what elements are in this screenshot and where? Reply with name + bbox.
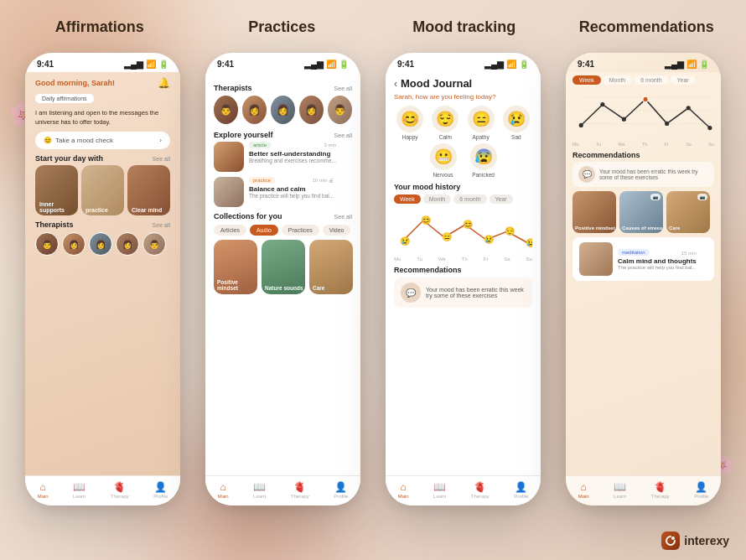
- therapist-p2-5[interactable]: 👨: [328, 96, 352, 124]
- chevron-right-icon: ›: [159, 137, 162, 144]
- status-icons-1: ▂▄▆ 📶 🔋: [124, 60, 168, 69]
- practice-item-2[interactable]: practice 10 min 🖨 Balance and calm The p…: [214, 177, 352, 207]
- see-all-1[interactable]: See all: [153, 156, 170, 162]
- period-tabs-3: Week Month 6 month Year: [394, 194, 532, 204]
- mood-sad[interactable]: 😢 Sad: [500, 106, 532, 140]
- period-month-3[interactable]: Month: [423, 194, 451, 204]
- mood-history-title: Your mood history: [394, 183, 532, 191]
- rec-img-label-1: Positive mindset: [575, 226, 615, 231]
- start-day-row: Start your day with See all: [35, 154, 170, 163]
- emoji-grid: 😊 Happy 😌 Calm 😑 Apathy 😢 Sad: [394, 106, 532, 140]
- period-week-3[interactable]: Week: [394, 194, 421, 204]
- mood-apathy[interactable]: 😑 Apathy: [465, 106, 497, 140]
- rec-detail-name: Calm mind and thoughts: [618, 257, 697, 265]
- rec-img-stress[interactable]: 📷 Causes of stress: [619, 191, 663, 233]
- mood-check-button[interactable]: 😊 Take a mood check ›: [35, 132, 170, 149]
- collections-see-all[interactable]: See all: [334, 214, 352, 220]
- nav-learn-1[interactable]: 📖 Learn: [73, 481, 85, 499]
- svg-point-12: [622, 117, 626, 122]
- card-clear-mind[interactable]: Clear mind: [127, 165, 170, 215]
- period-6month-4[interactable]: 6 month: [634, 75, 668, 85]
- nav-main-4[interactable]: ⌂ Main: [578, 481, 589, 499]
- mood-panicked[interactable]: 😰 Panicked: [470, 143, 497, 178]
- therapist-p2-2[interactable]: 👩: [242, 96, 267, 124]
- nav-profile-3[interactable]: 👤 Profile: [514, 481, 528, 499]
- day-tu-4: Tu: [596, 142, 601, 147]
- wifi-icon-3: 📶: [506, 60, 516, 69]
- collections-header: Collections for you See all: [214, 212, 352, 220]
- therapist-1[interactable]: 👨: [35, 232, 59, 256]
- nav-therapy-2[interactable]: 🫀 Therapy: [291, 481, 309, 499]
- card-practice[interactable]: practice: [81, 165, 124, 215]
- nav-learn-2[interactable]: 📖 Learn: [253, 481, 266, 499]
- explore-see-all[interactable]: See all: [334, 132, 352, 138]
- app-container: Affirmations Practices Mood tracking Rec…: [0, 0, 746, 560]
- therapists-see-all-2[interactable]: See all: [334, 86, 352, 91]
- therapist-p2-1[interactable]: 👨: [214, 96, 238, 124]
- status-icons-4: ▂▄▆ 📶 🔋: [665, 60, 709, 69]
- rec-img-positive[interactable]: Positive mindset: [572, 191, 616, 233]
- greeting-row: Good morning, Sarah! 🔔: [35, 77, 170, 89]
- nav-learn-3[interactable]: 📖 Learn: [433, 481, 446, 499]
- practice-item-1[interactable]: article 3 min Better self-understanding …: [214, 142, 352, 172]
- book-icon-4: 📖: [614, 481, 626, 493]
- nav-learn-label-4: Learn: [614, 494, 626, 499]
- therapists-see-all-1[interactable]: See all: [153, 222, 170, 228]
- tab-video[interactable]: Video: [323, 225, 351, 236]
- rec-text-3: Your mood has been erratic this week try…: [426, 287, 526, 298]
- coll-card-care[interactable]: Care: [309, 240, 353, 294]
- day-fr-4: Fr: [665, 142, 669, 147]
- period-month-4[interactable]: Month: [603, 75, 632, 85]
- rec-img-label-2: Causes of stress: [622, 226, 662, 231]
- therapist-5[interactable]: 👨: [142, 232, 166, 256]
- nav-therapy-label-3: Therapy: [471, 494, 490, 499]
- svg-text:😢: 😢: [400, 236, 411, 246]
- rec-img-care[interactable]: 📷 Care: [666, 191, 710, 233]
- nav-profile-1[interactable]: 👤 Profile: [153, 481, 168, 499]
- svg-point-14: [665, 122, 669, 126]
- day-th-4: Th: [642, 142, 647, 147]
- therapist-3[interactable]: 👩: [89, 232, 112, 256]
- nav-learn-4[interactable]: 📖 Learn: [614, 481, 626, 499]
- mood-calm[interactable]: 😌 Calm: [429, 106, 461, 140]
- day-we-4: We: [618, 142, 624, 147]
- coll-card-nature[interactable]: Nature sounds: [262, 240, 305, 294]
- status-time-3: 9:41: [397, 60, 414, 69]
- nav-profile-label-2: Profile: [334, 494, 348, 499]
- svg-text:😊: 😊: [463, 219, 474, 230]
- nav-main-1[interactable]: ⌂ Main: [38, 481, 49, 499]
- period-year-3[interactable]: Year: [490, 194, 513, 204]
- nav-profile-2[interactable]: 👤 Profile: [334, 481, 348, 499]
- mood-happy[interactable]: 😊 Happy: [394, 106, 426, 140]
- mood-tracking-header: Mood tracking: [381, 18, 548, 36]
- notification-icon[interactable]: 🔔: [158, 77, 170, 89]
- mood-check-label: Take a mood check: [55, 137, 113, 144]
- coll-card-positive[interactable]: Positive mindset: [214, 240, 257, 294]
- nav-main-3[interactable]: ⌂ Main: [398, 481, 409, 499]
- period-week-4[interactable]: Week: [572, 75, 601, 85]
- signal-icon-4: ▂▄▆: [665, 60, 684, 69]
- tab-articles[interactable]: Articles: [214, 225, 246, 236]
- mood-nervous[interactable]: 😬 Nervous: [430, 143, 457, 178]
- therapist-p2-3[interactable]: 👩: [271, 96, 295, 124]
- period-6month-3[interactable]: 6 month: [453, 194, 486, 204]
- nav-therapy-1[interactable]: 🫀 Therapy: [111, 481, 129, 499]
- rec-icon-4: 💬: [578, 166, 595, 183]
- rec-detail-card[interactable]: meditation 15 min Calm mind and thoughts…: [572, 237, 714, 281]
- status-bar-3: 9:41 ▂▄▆ 📶 🔋: [386, 53, 541, 72]
- mood-journal-title: Mood Journal: [401, 77, 472, 90]
- therapist-p2-4[interactable]: 👩: [299, 96, 324, 124]
- tab-practices[interactable]: Practices: [282, 225, 319, 236]
- therapist-2[interactable]: 👩: [62, 232, 85, 256]
- nav-profile-4[interactable]: 👤 Profile: [694, 481, 708, 499]
- heart-icon-4: 🫀: [654, 481, 666, 493]
- tab-audio[interactable]: Audio: [250, 225, 278, 236]
- nav-therapy-4[interactable]: 🫀 Therapy: [651, 481, 670, 499]
- nav-therapy-3[interactable]: 🫀 Therapy: [471, 481, 490, 499]
- therapist-4[interactable]: 👩: [116, 232, 139, 256]
- period-year-4[interactable]: Year: [671, 75, 696, 85]
- status-bar-4: 9:41 ▂▄▆ 📶 🔋: [566, 53, 721, 72]
- nav-main-2[interactable]: ⌂ Main: [218, 481, 229, 499]
- back-arrow[interactable]: ‹: [394, 78, 397, 90]
- card-meditation[interactable]: Inner supports: [35, 165, 78, 215]
